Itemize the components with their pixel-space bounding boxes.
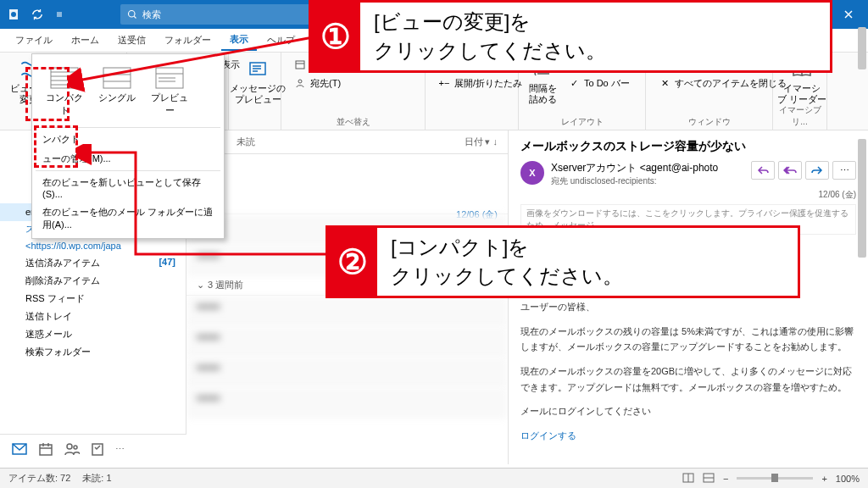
svg-rect-20: [103, 68, 131, 88]
blurred-row: xxxxx: [186, 387, 508, 418]
tasks-icon[interactable]: [92, 442, 103, 458]
immersive-group-label: イマーシブ リ...: [773, 104, 826, 128]
reading-scrollbar[interactable]: [858, 139, 866, 258]
list-unread[interactable]: 未読: [236, 136, 255, 148]
change-view-dropdown: コンパクト シングル プレビュー ンパクト ューの管理(M)... 在のビューを…: [31, 53, 225, 239]
zoom-level: 100%: [836, 474, 860, 484]
message-preview-button[interactable]: メッセージの プレビュー: [237, 56, 278, 107]
view-normal-icon[interactable]: [682, 473, 694, 485]
zoom-out-icon[interactable]: −: [723, 474, 728, 484]
blurred-row: xxxxx: [186, 357, 508, 387]
nav-outbox[interactable]: 送信トレイ: [0, 308, 186, 325]
svg-point-24: [67, 444, 72, 449]
dropdown-icon[interactable]: [49, 4, 70, 25]
save-current-view[interactable]: 在のビューを新しいビューとして保存(S)...: [36, 173, 220, 202]
forward-button[interactable]: [805, 161, 829, 180]
list-sort[interactable]: 日付 ▾ ↓: [465, 136, 498, 148]
callout-2: ② [コンパクト]を クリックしてください。: [326, 225, 800, 298]
expand-collapse[interactable]: +−展開/折りたたみ: [434, 75, 526, 92]
svg-point-2: [129, 11, 136, 18]
callout-1-num: ①: [311, 3, 360, 70]
zoom-in-icon[interactable]: +: [821, 474, 826, 484]
sort-from[interactable]: 宛先(T): [290, 75, 345, 92]
message-row[interactable]: 12/06 (金): [186, 203, 508, 214]
compact-mini[interactable]: ンパクト: [36, 130, 220, 149]
people-icon[interactable]: [64, 442, 80, 458]
tab-home[interactable]: ホーム: [63, 30, 108, 50]
sync-icon[interactable]: [27, 4, 47, 25]
manage-views[interactable]: ューの管理(M)...: [36, 149, 220, 169]
calendar-icon[interactable]: [39, 442, 53, 458]
nav-url: <https://i0.wp.com/japa: [0, 239, 186, 254]
more-nav-icon[interactable]: ⋯: [115, 444, 125, 455]
sort-group-label: 並べ替え: [281, 116, 425, 128]
svg-point-25: [74, 446, 77, 449]
switcher-bar: ⋯: [0, 434, 186, 464]
search-placeholder: 検索: [142, 8, 161, 21]
status-unread: 未読: 1: [82, 472, 111, 485]
reading-date: 12/06 (金): [520, 189, 856, 201]
mail-icon[interactable]: [12, 443, 27, 457]
zoom-slider[interactable]: [737, 477, 813, 480]
tab-folder[interactable]: フォルダー: [156, 30, 220, 50]
sender-avatar: X: [520, 161, 544, 185]
tab-view[interactable]: 表示: [221, 30, 257, 51]
reading-subject: メールボックスのストレージ容量が少ない: [520, 139, 856, 154]
todo-bar[interactable]: ✓To Do バー: [564, 75, 653, 92]
compact-view-option[interactable]: コンパクト: [41, 63, 88, 120]
nav-sent[interactable]: 送信済みアイテム[47]: [0, 254, 186, 272]
reading-from: Xserverアカウント <agent@ai-photo: [551, 161, 744, 175]
svg-rect-26: [92, 444, 103, 455]
reply-all-button[interactable]: [778, 161, 802, 180]
apply-current-view[interactable]: 在のビューを他のメール フォルダーに適用(A)...: [36, 202, 220, 235]
callout-2-num: ②: [328, 228, 377, 296]
outlook-icon: [5, 4, 25, 25]
close-all-items[interactable]: ✕すべてのアイテムを閉じる: [654, 75, 790, 92]
svg-rect-10: [296, 61, 304, 69]
single-view-option[interactable]: シングル: [93, 63, 141, 120]
more-button[interactable]: ⋯: [832, 161, 856, 180]
reply-button[interactable]: [751, 161, 775, 180]
tab-help[interactable]: ヘルプ: [259, 30, 303, 50]
nav-deleted[interactable]: 削除済みアイテム: [0, 272, 186, 290]
window-group-label: ウィンドウ: [646, 116, 772, 128]
status-bar: アイテム数: 72 未読: 1 − + 100%: [0, 468, 868, 488]
callout-1: ① [ビューの変更]を クリックしてください。: [309, 0, 832, 73]
nav-rss[interactable]: RSS フィード: [0, 290, 186, 308]
svg-point-11: [298, 80, 302, 83]
tab-send-receive[interactable]: 送受信: [109, 30, 154, 50]
status-items: アイテム数: 72: [8, 472, 70, 485]
nav-junk[interactable]: 迷惑メール: [0, 325, 186, 343]
search-icon: [127, 9, 137, 19]
view-reading-icon[interactable]: [703, 473, 715, 485]
nav-search[interactable]: 検索フォルダー: [0, 343, 186, 361]
blurred-row: xxxxx: [186, 326, 508, 357]
layout-group-label: レイアウト: [519, 116, 645, 128]
callout-2-text: [コンパクト]を クリックしてください。: [377, 228, 637, 295]
preview-view-option[interactable]: プレビュー: [146, 63, 193, 120]
svg-rect-1: [11, 12, 16, 17]
tab-file[interactable]: ファイル: [7, 30, 61, 50]
close-button[interactable]: [829, 0, 868, 29]
blurred-row: xxxxx: [186, 296, 508, 326]
login-link[interactable]: ログインする: [520, 430, 576, 441]
callout-1-text: [ビューの変更]を クリックしてください。: [360, 3, 620, 69]
reading-to: 宛先 undisclosed-recipients:: [551, 175, 744, 187]
svg-rect-23: [40, 445, 52, 455]
